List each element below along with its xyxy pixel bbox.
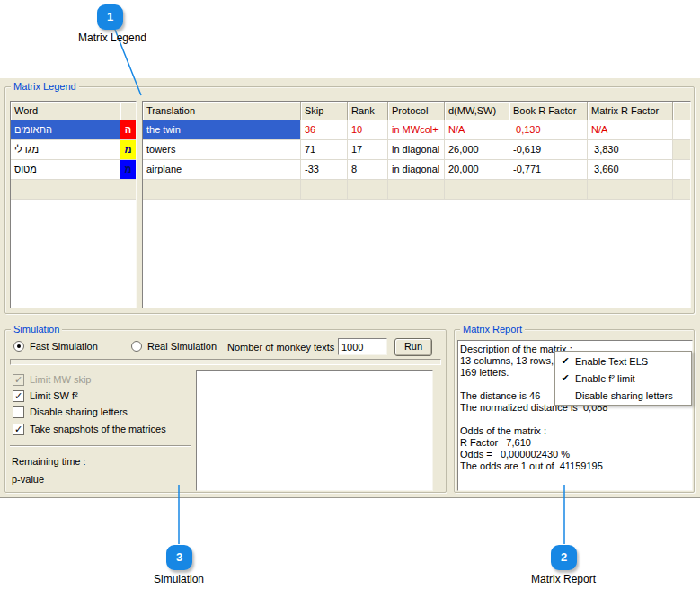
matrix-r-factor-cell: 3,660 bbox=[588, 160, 673, 180]
dmwsw-column-header[interactable]: d(MW,SW) bbox=[445, 102, 509, 120]
book-r-factor-cell: -0,619 bbox=[509, 140, 588, 160]
translation-cell: airplane bbox=[143, 160, 301, 180]
rank-column-header[interactable]: Rank bbox=[348, 102, 388, 120]
dmwsw-cell: N/A bbox=[445, 120, 509, 140]
report-line: Odds of the matrix : bbox=[460, 425, 690, 437]
protocol-cell: in diagonal bbox=[388, 140, 445, 160]
checkbox-checked-icon: ✓ bbox=[13, 374, 24, 386]
skip-cell: -33 bbox=[301, 160, 348, 180]
disable-sharing-letters-label: Disable sharing letters bbox=[30, 406, 128, 418]
word-cell: מטוס bbox=[11, 160, 120, 180]
menu-item-enable-f2-limit[interactable]: ✔ Enable f² limit bbox=[555, 370, 691, 387]
checkbox-unchecked-icon bbox=[13, 406, 24, 418]
menu-item-enable-text-els[interactable]: ✔ Enable Text ELS bbox=[555, 353, 691, 370]
take-snapshots-label: Take snapshots of the matrices bbox=[30, 424, 166, 435]
table-row-empty bbox=[143, 180, 690, 200]
book-r-factor-cell: 0,130 bbox=[509, 120, 588, 140]
table-row[interactable]: towers 71 17 in diagonal 26,000 -0,619 3… bbox=[143, 140, 690, 160]
table-row-empty bbox=[11, 180, 136, 200]
callout-label-matrix-report: Matrix Report bbox=[531, 573, 596, 585]
word-column-header[interactable]: Word bbox=[11, 102, 120, 120]
matrix-r-factor-column-header[interactable]: Matrix R Factor bbox=[588, 102, 673, 120]
callout-label-simulation: Simulation bbox=[154, 573, 204, 585]
menu-item-label: Enable f² limit bbox=[575, 373, 635, 384]
rank-cell: 8 bbox=[348, 160, 388, 180]
callout-balloon-1: 1 bbox=[97, 4, 123, 30]
dmwsw-cell: 26,000 bbox=[445, 140, 509, 160]
fast-simulation-label: Fast Simulation bbox=[30, 341, 98, 353]
limit-sw-f2-checkbox[interactable]: ✓ Limit SW f² bbox=[13, 389, 78, 402]
monkey-texts-label: Nomber of monkey texts bbox=[227, 342, 334, 353]
color-swatch: מ bbox=[120, 140, 136, 160]
rank-cell: 17 bbox=[348, 140, 388, 160]
callout-label-matrix-legend: Matrix Legend bbox=[78, 31, 146, 44]
menu-item-label: Enable Text ELS bbox=[575, 356, 648, 367]
run-button[interactable]: Run bbox=[394, 338, 432, 356]
translation-cell: towers bbox=[143, 140, 301, 160]
report-line bbox=[460, 414, 690, 425]
report-line: The odds are 1 out of 41159195 bbox=[460, 460, 690, 472]
book-r-factor-column-header[interactable]: Book R Factor bbox=[509, 102, 588, 120]
filler-column-header bbox=[673, 102, 690, 120]
details-table: Translation Skip Rank Protocol d(MW,SW) … bbox=[142, 101, 691, 308]
take-snapshots-checkbox[interactable]: ✓ Take snapshots of the matrices bbox=[13, 423, 166, 435]
limit-sw-f2-label: Limit SW f² bbox=[30, 390, 78, 402]
menu-item-label: Disable sharing letters bbox=[575, 390, 673, 401]
radio-selected-icon bbox=[13, 341, 24, 352]
fast-simulation-radio[interactable]: Fast Simulation bbox=[13, 340, 98, 353]
rank-cell: 10 bbox=[348, 120, 388, 140]
details-table-header: Translation Skip Rank Protocol d(MW,SW) … bbox=[143, 102, 690, 120]
word-cell: התאומים bbox=[11, 120, 120, 140]
simulation-results-listbox[interactable] bbox=[196, 370, 433, 491]
section-divider bbox=[10, 445, 191, 447]
simulation-group: Simulation Fast Simulation Real Simulati… bbox=[4, 329, 447, 493]
dmwsw-cell: 20,000 bbox=[445, 160, 509, 180]
table-row[interactable]: מגדלי מ bbox=[11, 140, 136, 160]
callout-balloon-2: 2 bbox=[551, 545, 577, 570]
table-row[interactable]: airplane -33 8 in diagonal 20,000 -0,771… bbox=[143, 160, 690, 180]
report-line: Odds = 0,000002430 % bbox=[460, 449, 690, 460]
monkey-texts-input[interactable] bbox=[338, 338, 387, 355]
app-panel: Matrix Legend Word התאומים ה מגדלי מ מטו… bbox=[0, 77, 700, 498]
protocol-cell: in MWcol+ bbox=[388, 120, 445, 140]
table-row[interactable]: התאומים ה bbox=[11, 120, 136, 140]
book-r-factor-cell: -0,771 bbox=[509, 160, 588, 180]
translation-column-header[interactable]: Translation bbox=[143, 102, 301, 120]
limit-mw-skip-label: Limit MW skip bbox=[30, 374, 91, 386]
color-swatch: מ bbox=[120, 160, 136, 180]
p-value-label: p-value bbox=[12, 474, 44, 486]
menu-check-icon: ✔ bbox=[555, 372, 575, 384]
table-row[interactable]: the twin 36 10 in MWcol+ N/A 0,130 N/A bbox=[143, 120, 690, 140]
matrix-legend-group: Matrix Legend Word התאומים ה מגדלי מ מטו… bbox=[4, 86, 695, 314]
translation-cell: the twin bbox=[143, 120, 301, 140]
matrix-report-group-title: Matrix Report bbox=[460, 323, 525, 335]
report-line: R Factor 7,610 bbox=[460, 437, 690, 449]
menu-item-disable-sharing-letters[interactable]: Disable sharing letters bbox=[555, 387, 691, 404]
word-table-header: Word bbox=[11, 102, 136, 120]
limit-mw-skip-checkbox[interactable]: ✓ Limit MW skip bbox=[13, 373, 91, 386]
radio-unselected-icon bbox=[131, 341, 142, 352]
color-column-header[interactable] bbox=[120, 102, 136, 120]
real-simulation-label: Real Simulation bbox=[147, 341, 217, 353]
callout-balloon-3: 3 bbox=[166, 545, 192, 570]
color-swatch: ה bbox=[120, 120, 136, 140]
matrix-r-factor-cell: 3,830 bbox=[588, 140, 673, 160]
real-simulation-radio[interactable]: Real Simulation bbox=[131, 340, 217, 353]
word-table: Word התאומים ה מגדלי מ מטוס מ bbox=[10, 101, 137, 308]
word-cell: מגדלי bbox=[11, 140, 120, 160]
matrix-legend-group-title: Matrix Legend bbox=[11, 80, 79, 93]
protocol-column-header[interactable]: Protocol bbox=[388, 102, 445, 120]
context-menu: ✔ Enable Text ELS ✔ Enable f² limit Disa… bbox=[554, 351, 692, 406]
protocol-cell: in diagonal bbox=[388, 160, 445, 180]
skip-cell: 71 bbox=[301, 140, 348, 160]
remaining-time-label: Remaining time : bbox=[12, 456, 86, 468]
checkbox-checked-icon: ✓ bbox=[13, 424, 24, 435]
simulation-group-title: Simulation bbox=[11, 323, 62, 335]
progress-bar bbox=[10, 359, 441, 365]
table-row[interactable]: מטוס מ bbox=[11, 160, 136, 180]
matrix-r-factor-cell: N/A bbox=[588, 120, 673, 140]
skip-column-header[interactable]: Skip bbox=[301, 102, 348, 120]
skip-cell: 36 bbox=[301, 120, 348, 140]
disable-sharing-letters-checkbox[interactable]: Disable sharing letters bbox=[13, 406, 128, 418]
menu-check-icon: ✔ bbox=[555, 355, 575, 367]
